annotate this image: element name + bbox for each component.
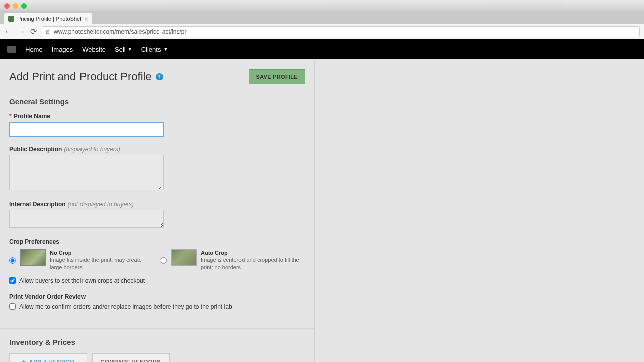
plus-icon: + (22, 358, 26, 362)
chevron-down-icon: ▼ (163, 47, 168, 52)
nav-website[interactable]: Website (82, 46, 106, 53)
general-settings-heading: General Settings (9, 97, 305, 106)
add-vendor-button[interactable]: + ADD A VENDOR (9, 353, 87, 362)
browser-chrome: Pricing Profile | PhotoShel × ← → ⟳ 🗎 ww… (0, 0, 644, 39)
window-titlebar (0, 0, 644, 11)
window-maximize-icon[interactable] (21, 3, 27, 9)
auto-crop-thumbnail-icon (171, 249, 197, 266)
back-icon[interactable]: ← (4, 27, 12, 36)
nav-clients[interactable]: Clients▼ (141, 46, 168, 53)
crop-option-auto-crop[interactable]: Auto Crop Image is centered and cropped … (160, 249, 301, 271)
tab-title: Pricing Profile | PhotoShel (17, 16, 82, 22)
profile-name-label: * Profile Name (9, 113, 305, 120)
window-minimize-icon[interactable] (13, 3, 18, 9)
url-field[interactable]: 🗎 www.photoshelter.com/mem/sales/price-a… (42, 26, 640, 37)
app-nav: Home Images Website Sell▼ Clients▼ (0, 39, 644, 59)
window-close-icon[interactable] (4, 3, 10, 9)
reload-icon[interactable]: ⟳ (30, 27, 37, 36)
vendor-review-row[interactable]: Allow me to confirm orders and/or replac… (9, 303, 305, 310)
crop-option-no-crop[interactable]: No Crop Image fits inside the print; may… (9, 249, 150, 271)
url-text: www.photoshelter.com/mem/sales/price-act… (54, 28, 186, 35)
browser-addressbar: ← → ⟳ 🗎 www.photoshelter.com/mem/sales/p… (0, 24, 644, 39)
nav-sell[interactable]: Sell▼ (115, 46, 132, 53)
public-description-input[interactable] (9, 155, 164, 190)
required-icon: * (9, 113, 12, 120)
allow-buyer-crop-checkbox[interactable] (9, 277, 16, 284)
inventory-prices-heading: Inventory & Prices (9, 338, 305, 346)
vendor-review-checkbox[interactable] (9, 303, 16, 310)
allow-buyer-crop-row[interactable]: Allow buyers to set their own crops at c… (9, 277, 305, 284)
profile-name-input[interactable] (9, 122, 164, 137)
nav-home[interactable]: Home (25, 46, 43, 53)
auto-crop-radio[interactable] (160, 257, 167, 264)
save-profile-button[interactable]: SAVE PROFILE (249, 69, 305, 84)
chevron-down-icon: ▼ (128, 47, 132, 52)
public-description-label: Public Description (displayed to buyers) (9, 146, 305, 153)
forward-icon[interactable]: → (17, 27, 25, 36)
vendor-review-label: Print Vendor Order Review (9, 293, 305, 300)
crop-preferences-label: Crop Preferences (9, 238, 305, 245)
browser-tab[interactable]: Pricing Profile | PhotoShel × (4, 13, 92, 24)
close-icon[interactable]: × (85, 16, 89, 22)
no-crop-thumbnail-icon (20, 249, 46, 266)
nav-images[interactable]: Images (52, 46, 73, 53)
page-title: Add Print and Product Profile ? (9, 70, 163, 83)
logo-icon[interactable] (7, 46, 16, 53)
compare-vendors-button[interactable]: COMPARE VENDORS (92, 353, 170, 362)
internal-description-input[interactable] (9, 210, 164, 228)
no-crop-radio[interactable] (9, 257, 16, 264)
browser-tabbar: Pricing Profile | PhotoShel × (0, 11, 644, 24)
help-icon[interactable]: ? (156, 73, 163, 80)
page-info-icon: 🗎 (45, 29, 51, 35)
internal-description-label: Internal Description (not displayed to b… (9, 201, 305, 208)
favicon-icon (8, 16, 14, 22)
